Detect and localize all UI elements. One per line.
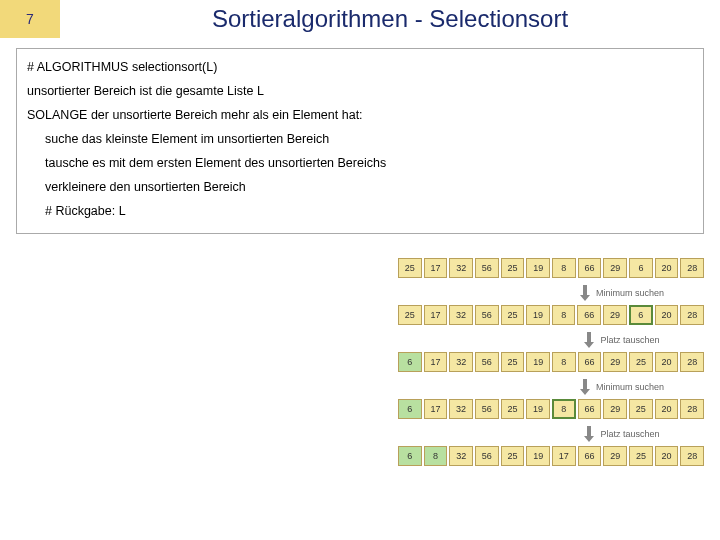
cell: 56 <box>475 258 499 278</box>
arrow-down-icon <box>582 332 596 348</box>
cell-sorted: 6 <box>398 446 422 466</box>
cell: 8 <box>552 352 576 372</box>
diagram-row-5: 6 8 32 56 25 19 17 66 29 25 20 28 <box>398 446 704 466</box>
cell: 32 <box>449 446 473 466</box>
cell: 19 <box>526 305 550 325</box>
algo-line-6: # Rückgabe: L <box>27 199 693 223</box>
cell: 29 <box>603 305 627 325</box>
algo-line-3: suche das kleinste Element im unsortiert… <box>27 127 693 151</box>
cell: 8 <box>552 258 576 278</box>
cell: 56 <box>475 399 499 419</box>
cell: 6 <box>629 258 653 278</box>
arrow-step-4: Platz tauschen <box>398 422 704 446</box>
algo-line-1: unsortierter Bereich ist die gesamte Lis… <box>27 79 693 103</box>
cell: 25 <box>629 446 653 466</box>
cell: 66 <box>578 258 602 278</box>
cell: 19 <box>526 446 550 466</box>
cell: 32 <box>449 399 473 419</box>
algo-line-5: verkleinere den unsortierten Bereich <box>27 175 693 199</box>
step-label: Minimum suchen <box>596 382 664 392</box>
cell: 28 <box>680 352 704 372</box>
cell: 29 <box>603 352 627 372</box>
cell: 66 <box>578 352 602 372</box>
step-label: Platz tauschen <box>600 429 659 439</box>
cell: 20 <box>655 305 679 325</box>
cell: 19 <box>526 258 550 278</box>
cell-highlight: 8 <box>552 399 576 419</box>
cell: 32 <box>449 352 473 372</box>
cell: 20 <box>655 258 679 278</box>
step-label: Platz tauschen <box>600 335 659 345</box>
cell: 25 <box>501 258 525 278</box>
cell: 32 <box>449 305 473 325</box>
cell: 8 <box>552 305 576 325</box>
diagram-row-4: 6 17 32 56 25 19 8 66 29 25 20 28 <box>398 399 704 419</box>
arrow-down-icon <box>578 379 592 395</box>
cell: 25 <box>501 305 525 325</box>
cell: 28 <box>680 258 704 278</box>
cell: 29 <box>603 258 627 278</box>
cell: 25 <box>629 399 653 419</box>
cell: 56 <box>475 305 499 325</box>
cell: 29 <box>603 399 627 419</box>
cell: 25 <box>398 305 422 325</box>
step-label: Minimum suchen <box>596 288 664 298</box>
cell: 66 <box>577 305 601 325</box>
cell: 29 <box>603 446 627 466</box>
diagram-row-2: 25 17 32 56 25 19 8 66 29 6 20 28 <box>398 305 704 325</box>
cell: 56 <box>475 446 499 466</box>
cell: 19 <box>526 399 550 419</box>
algo-line-0: # ALGORITHMUS selectionsort(L) <box>27 55 693 79</box>
cell: 66 <box>578 399 602 419</box>
cell-sorted: 6 <box>398 399 422 419</box>
arrow-step-1: Minimum suchen <box>398 281 704 305</box>
cell: 17 <box>424 352 448 372</box>
cell: 20 <box>655 399 679 419</box>
cell: 17 <box>552 446 576 466</box>
cell: 28 <box>680 446 704 466</box>
slide-number: 7 <box>0 0 60 38</box>
cell: 25 <box>501 446 525 466</box>
algorithm-box: # ALGORITHMUS selectionsort(L) unsortier… <box>16 48 704 234</box>
cell-sorted: 6 <box>398 352 422 372</box>
cell: 25 <box>398 258 422 278</box>
diagram-row-1: 25 17 32 56 25 19 8 66 29 6 20 28 <box>398 258 704 278</box>
algo-line-2: SOLANGE der unsortierte Bereich mehr als… <box>27 103 693 127</box>
cell: 66 <box>578 446 602 466</box>
page-title: Sortieralgorithmen - Selectionsort <box>60 0 720 38</box>
diagram-row-3: 6 17 32 56 25 19 8 66 29 25 20 28 <box>398 352 704 372</box>
algo-line-4: tausche es mit dem ersten Element des un… <box>27 151 693 175</box>
arrow-step-2: Platz tauschen <box>398 328 704 352</box>
cell: 25 <box>629 352 653 372</box>
sort-diagram: 25 17 32 56 25 19 8 66 29 6 20 28 Minimu… <box>398 258 704 469</box>
cell: 20 <box>655 446 679 466</box>
cell: 25 <box>501 352 525 372</box>
cell: 32 <box>449 258 473 278</box>
cell: 28 <box>680 305 704 325</box>
cell-highlight: 6 <box>629 305 653 325</box>
cell: 20 <box>655 352 679 372</box>
cell: 25 <box>501 399 525 419</box>
cell: 56 <box>475 352 499 372</box>
slide-header: 7 Sortieralgorithmen - Selectionsort <box>0 0 720 38</box>
cell: 28 <box>680 399 704 419</box>
cell: 17 <box>424 258 448 278</box>
arrow-step-3: Minimum suchen <box>398 375 704 399</box>
arrow-down-icon <box>578 285 592 301</box>
cell: 19 <box>526 352 550 372</box>
cell: 17 <box>424 399 448 419</box>
arrow-down-icon <box>582 426 596 442</box>
cell: 17 <box>424 305 448 325</box>
cell-sorted: 8 <box>424 446 448 466</box>
